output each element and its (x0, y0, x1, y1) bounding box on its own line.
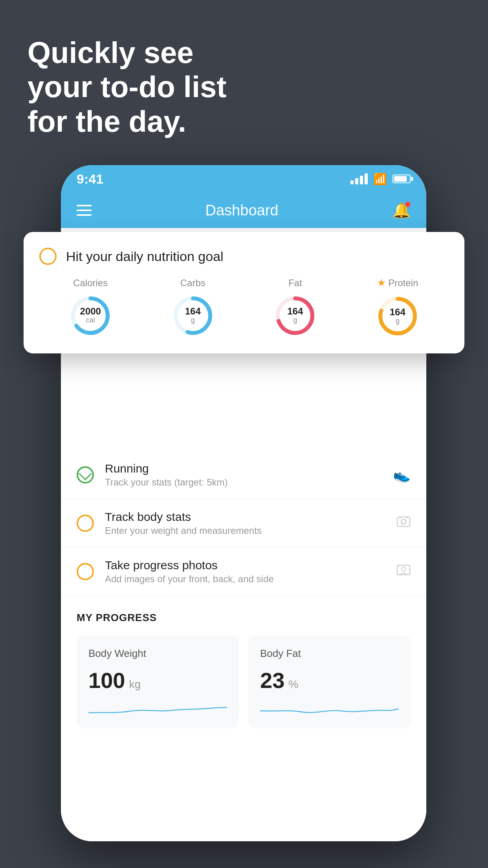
hamburger-menu[interactable] (77, 205, 92, 216)
calories-value: 2000 cal (69, 294, 112, 337)
todo-circle-body-stats (77, 515, 94, 532)
header-title: Dashboard (205, 202, 279, 219)
battery-icon (393, 175, 411, 183)
progress-cards: Body Weight 100 kg Body Fat (77, 636, 411, 728)
fat-value: 164 g (273, 294, 317, 337)
nutrition-stats-row: Calories 2000 cal Carbs (39, 277, 449, 338)
body-weight-number: 100 (88, 668, 125, 693)
todo-subtitle-body-stats: Enter your weight and measurements (105, 525, 385, 536)
body-fat-card[interactable]: Body Fat 23 % (248, 636, 411, 728)
body-weight-unit: kg (129, 678, 141, 691)
todo-text-body-stats: Track body stats Enter your weight and m… (105, 510, 385, 536)
star-icon: ★ (377, 277, 386, 289)
svg-point-1 (401, 519, 406, 524)
body-fat-value-row: 23 % (260, 668, 399, 693)
protein-donut: 164 g (376, 294, 419, 338)
calories-label: Calories (73, 278, 108, 289)
progress-title: MY PROGRESS (77, 612, 411, 624)
progress-section: MY PROGRESS Body Weight 100 kg (61, 596, 426, 736)
fat-label: Fat (288, 278, 302, 289)
body-weight-chart (88, 701, 227, 717)
carbs-stat: Carbs 164 g (171, 278, 215, 337)
hero-section: Quickly see your to-do list for the day. (28, 35, 460, 138)
protein-label: ★ Protein (377, 277, 418, 289)
scale-icon (396, 515, 411, 532)
checkmark-icon (79, 467, 92, 480)
calories-donut: 2000 cal (69, 294, 112, 337)
todo-circle-running (77, 466, 94, 484)
todo-title-running: Running (105, 462, 382, 475)
svg-point-5 (402, 567, 405, 571)
hero-heading: Quickly see your to-do list for the day. (28, 35, 460, 138)
body-weight-value-row: 100 kg (88, 668, 227, 693)
todo-item-body-stats[interactable]: Track body stats Enter your weight and m… (61, 499, 426, 548)
nutrition-floating-card: Hit your daily nutrition goal Calories 2… (24, 232, 464, 353)
status-time: 9:41 (77, 171, 103, 187)
protein-value: 164 g (376, 294, 419, 338)
fat-stat: Fat 164 g (273, 278, 317, 337)
todo-circle-photos (77, 563, 94, 580)
signal-icon (350, 173, 368, 184)
photo-person-icon (396, 563, 411, 581)
body-fat-unit: % (288, 678, 298, 691)
nutrition-radio-circle[interactable] (39, 248, 57, 265)
body-fat-chart (260, 701, 399, 717)
carbs-label: Carbs (180, 278, 205, 289)
todo-item-running[interactable]: Running Track your stats (target: 5km) 👟 (61, 451, 426, 499)
notification-bell-icon[interactable]: 🔔 (392, 202, 411, 219)
carbs-donut: 164 g (171, 294, 215, 337)
todo-title-photos: Take progress photos (105, 559, 385, 572)
shoe-icon: 👟 (393, 467, 411, 483)
nutrition-card-title: Hit your daily nutrition goal (66, 249, 224, 264)
body-fat-label: Body Fat (260, 647, 399, 660)
app-header: Dashboard 🔔 (61, 193, 426, 228)
wifi-icon: 📶 (373, 173, 387, 186)
body-weight-label: Body Weight (88, 647, 227, 660)
calories-stat: Calories 2000 cal (69, 278, 112, 337)
status-bar: 9:41 📶 (61, 165, 426, 193)
carbs-value: 164 g (171, 294, 215, 337)
notification-dot (405, 202, 411, 207)
todo-text-running: Running Track your stats (target: 5km) (105, 462, 382, 488)
todo-subtitle-running: Track your stats (target: 5km) (105, 477, 382, 488)
svg-rect-0 (397, 517, 410, 526)
card-title-row: Hit your daily nutrition goal (39, 248, 449, 265)
fat-donut: 164 g (273, 294, 317, 337)
todo-title-body-stats: Track body stats (105, 510, 385, 524)
protein-stat: ★ Protein 164 g (376, 277, 419, 338)
body-fat-number: 23 (260, 668, 284, 693)
todo-text-photos: Take progress photos Add images of your … (105, 559, 385, 585)
body-weight-card[interactable]: Body Weight 100 kg (77, 636, 239, 728)
status-icons: 📶 (350, 173, 411, 186)
todo-item-photos[interactable]: Take progress photos Add images of your … (61, 548, 426, 596)
todo-subtitle-photos: Add images of your front, back, and side (105, 574, 385, 585)
